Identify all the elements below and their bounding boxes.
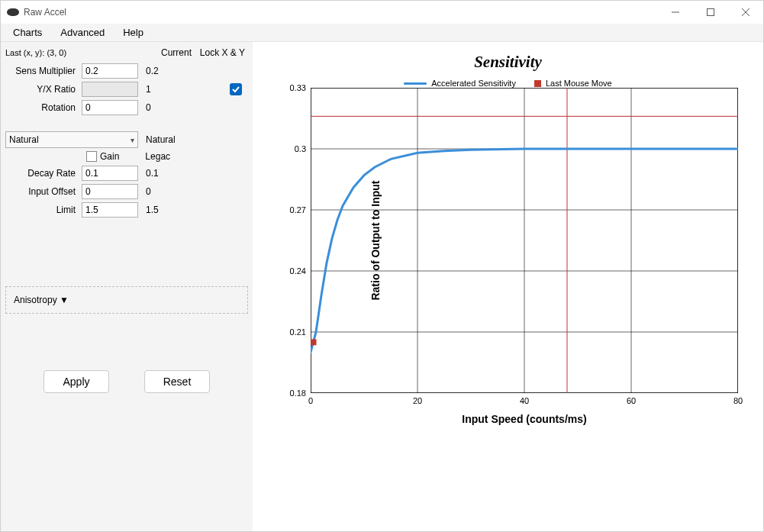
row-sens-multiplier: Sens Multiplier 0.2 <box>5 62 248 80</box>
legend-last-move-label: Last Mouse Move <box>546 79 612 88</box>
chart-title: Sensitivity <box>253 53 763 72</box>
gain-label: Gain <box>100 151 119 162</box>
yx-ratio-label: Y/X Ratio <box>5 84 82 95</box>
y-axis-label: Ratio of Output to Input <box>369 180 382 300</box>
anisotropy-section[interactable]: Anisotropy ▼ <box>5 286 248 314</box>
current-header: Current <box>161 47 195 58</box>
mode-current: Natural <box>138 134 176 145</box>
legend-line-icon <box>404 82 427 85</box>
window-controls <box>658 1 763 24</box>
legend-accelerated-label: Accelerated Sensitivity <box>431 79 516 88</box>
sens-multiplier-label: Sens Multiplier <box>5 66 82 76</box>
svg-rect-1 <box>708 9 714 16</box>
input-offset-label: Input Offset <box>5 186 82 197</box>
row-input-offset: Input Offset 0 <box>5 182 248 201</box>
x-tick-label: 20 <box>413 393 422 405</box>
legend-last-move: Last Mouse Move <box>534 79 612 88</box>
limit-input[interactable] <box>82 202 138 218</box>
anisotropy-label: Anisotropy ▼ <box>14 295 69 305</box>
decay-rate-current: 0.1 <box>138 168 172 179</box>
input-offset-input[interactable] <box>82 184 138 199</box>
panel-header: Last (x, y): (3, 0) Current Lock X & Y <box>5 45 248 60</box>
y-tick-label: 0.27 <box>290 205 311 214</box>
row-mode: Natural ▾ Natural <box>5 131 248 149</box>
row-rotation: Rotation 0 <box>5 98 248 117</box>
menubar: Charts Advanced Help <box>1 24 763 42</box>
menu-advanced[interactable]: Advanced <box>51 24 114 41</box>
y-tick-label: 0.3 <box>295 144 311 153</box>
row-limit: Limit 1.5 <box>5 201 248 219</box>
decay-rate-input[interactable] <box>82 166 138 181</box>
input-offset-current: 0 <box>138 186 172 197</box>
mode-select[interactable]: Natural ▾ <box>5 131 138 148</box>
lock-xy-checkbox[interactable] <box>230 83 242 95</box>
x-tick-label: 40 <box>520 393 529 405</box>
menu-charts[interactable]: Charts <box>4 24 51 41</box>
y-tick-label: 0.21 <box>290 327 311 337</box>
row-decay-rate: Decay Rate 0.1 <box>5 164 248 182</box>
lock-header: Lock X & Y <box>195 47 248 58</box>
x-tick-label: 60 <box>627 393 636 405</box>
decay-rate-label: Decay Rate <box>5 168 82 179</box>
settings-panel: Last (x, y): (3, 0) Current Lock X & Y S… <box>1 42 253 531</box>
apply-button[interactable]: Apply <box>44 370 109 393</box>
x-axis-label: Input Speed (counts/ms) <box>311 413 738 425</box>
gain-checkbox[interactable] <box>86 151 97 162</box>
chevron-down-icon: ▾ <box>131 136 134 144</box>
app-icon <box>7 8 19 16</box>
check-icon <box>232 85 240 93</box>
limit-current: 1.5 <box>138 205 172 215</box>
chart-area: Ratio of Output to Input Input Speed (co… <box>311 88 738 393</box>
chart-legend: Accelerated Sensitivity Last Mouse Move <box>253 79 763 88</box>
minimize-button[interactable] <box>658 1 693 24</box>
sens-multiplier-input[interactable] <box>82 63 138 79</box>
y-tick-label: 0.24 <box>290 266 311 276</box>
last-xy-label: Last (x, y): (3, 0) <box>5 48 105 57</box>
yx-ratio-input <box>82 82 138 97</box>
rotation-current: 0 <box>138 102 172 113</box>
menu-help[interactable]: Help <box>114 24 153 41</box>
gain-current: Legac <box>145 151 170 162</box>
body: Last (x, y): (3, 0) Current Lock X & Y S… <box>1 42 763 531</box>
rotation-label: Rotation <box>5 102 82 113</box>
app-window: Raw Accel Charts Advanced Help Last (x, … <box>0 0 764 532</box>
yx-ratio-current: 1 <box>138 84 172 95</box>
svg-rect-18 <box>311 339 317 345</box>
window-title: Raw Accel <box>24 7 66 18</box>
mode-select-value: Natural <box>9 134 39 145</box>
chart-panel: Sensitivity Accelerated Sensitivity Last… <box>253 42 763 531</box>
reset-button[interactable]: Reset <box>144 370 210 393</box>
row-gain: Gain Legac <box>86 149 248 164</box>
legend-square-icon <box>534 80 541 87</box>
lock-xy-cell <box>172 83 248 95</box>
button-row: Apply Reset <box>1 370 253 393</box>
row-yx-ratio: Y/X Ratio 1 <box>5 80 248 98</box>
maximize-button[interactable] <box>693 1 728 24</box>
x-tick-label: 80 <box>733 393 743 405</box>
rotation-input[interactable] <box>82 100 138 115</box>
legend-accelerated: Accelerated Sensitivity <box>404 79 516 88</box>
close-button[interactable] <box>728 1 763 24</box>
limit-label: Limit <box>5 205 82 215</box>
y-tick-label: 0.18 <box>290 389 311 398</box>
sens-multiplier-current: 0.2 <box>138 66 172 76</box>
y-tick-label: 0.33 <box>290 83 311 92</box>
titlebar: Raw Accel <box>1 1 763 24</box>
